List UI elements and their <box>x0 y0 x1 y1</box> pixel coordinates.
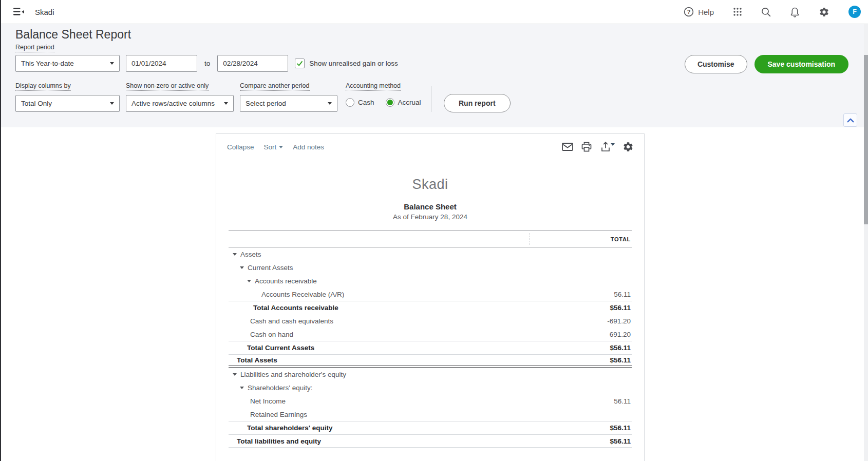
report-card: Collapse Sort Add notes <box>216 133 645 461</box>
nonzero-group: Show non-zero or active only Active rows… <box>126 82 234 112</box>
table-row: Total Assets$56.11 <box>229 354 632 368</box>
show-unrealised-checkbox-wrap[interactable]: Show unrealised gain or loss <box>295 59 398 68</box>
help-button[interactable]: ? Help <box>684 7 714 17</box>
table-row: Current Assets <box>229 261 632 274</box>
row-value: $56.11 <box>610 344 632 352</box>
report-period-row: This Year-to-date to Show unrealised gai… <box>15 55 398 72</box>
notifications-bell-icon[interactable] <box>790 7 800 17</box>
table-header-row: TOTAL <box>229 230 632 247</box>
collapse-filter-panel-button[interactable] <box>843 113 857 127</box>
column-divider <box>530 233 530 245</box>
company-name: Skadi <box>35 8 54 16</box>
panel-action-buttons: Customise Save customisation <box>685 55 848 73</box>
table-row: Net Income56.11 <box>229 394 632 408</box>
display-columns-select[interactable]: Total Only <box>15 95 120 112</box>
display-columns-group: Display columns by Total Only <box>15 82 120 112</box>
row-label: Cash and cash equivalents <box>250 317 333 325</box>
help-icon: ? <box>684 7 694 17</box>
chevron-up-icon <box>847 118 854 123</box>
table-row: Cash on hand691.20 <box>229 328 632 341</box>
email-icon[interactable] <box>562 142 573 151</box>
row-label: Total Accounts receivable <box>253 304 338 312</box>
row-label[interactable]: Assets <box>240 251 261 258</box>
table-row: Shareholders' equity: <box>229 381 632 394</box>
table-row: Accounts receivable <box>229 274 632 287</box>
checkbox-checked-icon[interactable] <box>295 59 305 68</box>
print-icon[interactable] <box>581 141 592 152</box>
table-row: Retained Earnings <box>229 408 632 421</box>
collapse-row-arrow-icon[interactable] <box>233 373 237 376</box>
report-subtitle: As of February 28, 2024 <box>216 213 644 221</box>
compare-period-select[interactable]: Select period <box>240 95 337 112</box>
report-period-value: This Year-to-date <box>21 60 74 67</box>
apps-grid-icon[interactable] <box>733 7 742 16</box>
chevron-down-icon <box>328 102 332 105</box>
collapse-link[interactable]: Collapse <box>227 143 254 151</box>
row-value[interactable]: 691.20 <box>610 331 632 338</box>
table-row: Accounts Receivable (A/R)56.11 <box>229 287 632 301</box>
row-value[interactable]: 56.11 <box>614 397 632 405</box>
row-value[interactable]: -691.20 <box>607 317 632 325</box>
run-report-button[interactable]: Run report <box>444 94 511 112</box>
radio-unselected-icon[interactable] <box>346 98 354 107</box>
total-column-header: TOTAL <box>611 236 632 242</box>
row-value: $56.11 <box>610 304 632 312</box>
row-value[interactable]: 56.11 <box>614 291 632 298</box>
collapse-row-arrow-icon[interactable] <box>240 387 244 389</box>
vertical-scrollbar[interactable] <box>864 24 868 461</box>
save-customisation-button[interactable]: Save customisation <box>754 55 849 73</box>
nonzero-value: Active rows/active columns <box>131 100 215 107</box>
compare-period-group: Compare another period Select period <box>240 82 337 112</box>
export-dropdown-caret-icon <box>611 143 615 146</box>
collapse-row-arrow-icon[interactable] <box>233 253 237 256</box>
table-row: Total Current Assets$56.11 <box>229 341 632 354</box>
compare-period-value: Select period <box>246 100 286 107</box>
collapsed-sidebar-edge <box>0 0 1 461</box>
menu-icon[interactable] <box>13 8 25 16</box>
row-label: Total Current Assets <box>247 344 314 352</box>
table-row: Total liabilities and equity$56.11 <box>229 434 632 448</box>
add-notes-link[interactable]: Add notes <box>293 143 324 151</box>
search-icon[interactable] <box>761 7 771 17</box>
show-unrealised-label: Show unrealised gain or loss <box>309 60 398 67</box>
display-columns-label: Display columns by <box>15 82 71 91</box>
date-from-input[interactable] <box>126 55 197 72</box>
nonzero-select[interactable]: Active rows/active columns <box>126 95 234 112</box>
sort-label: Sort <box>264 143 277 151</box>
row-label[interactable]: Liabilities and shareholder's equity <box>240 371 346 378</box>
report-settings-gear-icon[interactable] <box>622 141 634 152</box>
export-icon[interactable] <box>600 141 611 152</box>
topbar-actions: ? Help F <box>684 6 861 18</box>
row-label: Cash on hand <box>250 331 293 338</box>
report-toolbar-icons <box>562 141 634 152</box>
avatar[interactable]: F <box>848 6 861 18</box>
customise-button[interactable]: Customise <box>685 55 747 73</box>
table-row: Total shareholders' equity$56.11 <box>229 421 632 434</box>
report-period-select[interactable]: This Year-to-date <box>15 55 120 72</box>
sort-dropdown[interactable]: Sort <box>264 143 284 151</box>
date-to-input[interactable] <box>217 55 288 72</box>
row-label: Total shareholders' equity <box>247 424 333 432</box>
row-label: Total liabilities and equity <box>237 437 321 445</box>
svg-text:?: ? <box>687 9 691 15</box>
collapse-row-arrow-icon[interactable] <box>240 266 244 269</box>
accounting-method-label: Accounting method <box>346 82 401 91</box>
table-row: Liabilities and shareholder's equity <box>229 368 632 381</box>
report-header: Skadi Balance Sheet As of February 28, 2… <box>216 177 644 221</box>
accounting-method-group: Accounting method Cash Accrual <box>346 82 418 107</box>
report-title: Balance Sheet <box>216 202 644 211</box>
radio-selected-icon[interactable] <box>386 98 394 107</box>
report-toolbar-links: Collapse Sort Add notes <box>227 143 324 151</box>
settings-gear-icon[interactable] <box>819 7 829 17</box>
row-label[interactable]: Shareholders' equity: <box>248 384 312 392</box>
row-label[interactable]: Current Assets <box>248 264 293 272</box>
balance-sheet-table: TOTAL AssetsCurrent AssetsAccounts recei… <box>229 230 632 448</box>
collapse-row-arrow-icon[interactable] <box>247 280 251 282</box>
row-label[interactable]: Accounts receivable <box>255 277 317 285</box>
filter-controls-row: Display columns by Total Only Show non-z… <box>15 82 511 112</box>
cash-radio[interactable]: Cash <box>346 98 374 107</box>
vertical-divider <box>431 86 431 112</box>
scrollbar-thumb[interactable] <box>864 55 868 224</box>
cash-label: Cash <box>358 99 374 106</box>
accrual-radio[interactable]: Accrual <box>386 98 421 107</box>
